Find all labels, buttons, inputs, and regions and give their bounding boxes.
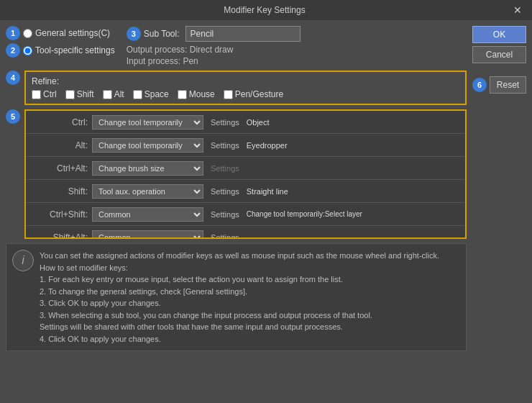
mouse-label: Mouse: [189, 89, 215, 99]
ctrl-action-select[interactable]: Change tool temporarily Change brush siz…: [92, 115, 203, 130]
refine-section: 4 Refine: Ctrl Shift: [6, 71, 467, 105]
alt-action-select[interactable]: Change tool temporarily Change brush siz…: [92, 138, 203, 153]
info-icon: i: [12, 250, 34, 271]
info-line-5: 3. Click OK to apply your changes.: [40, 297, 439, 309]
ctrl-settings-btn[interactable]: Settings: [208, 117, 242, 128]
table-row: Ctrl: Change tool temporarily Change bru…: [26, 111, 465, 134]
table-row: Shift+Alt: Common Change tool temporaril…: [26, 226, 465, 237]
ctrl-value: Object: [247, 118, 461, 127]
table-row: Ctrl+Shift: Common Change tool temporari…: [26, 203, 465, 226]
cancel-button[interactable]: Cancel: [472, 46, 526, 63]
tool-specific-label: Tool-specific settings: [35, 45, 115, 55]
main-content: 1 General settings(C) 2 Tool-specific se…: [0, 20, 532, 403]
general-label: General settings(C): [35, 28, 110, 38]
shift-alt-settings-btn[interactable]: Settings: [208, 232, 242, 238]
subtool-input[interactable]: [185, 26, 301, 42]
reset-button[interactable]: Reset: [490, 76, 526, 94]
badge-6: 6: [472, 78, 487, 92]
checkbox-space[interactable]: Space: [133, 89, 169, 99]
ctrl-checkbox[interactable]: [32, 90, 41, 99]
badge-2: 2: [6, 43, 20, 58]
modifier-table: Ctrl: Change tool temporarily Change bru…: [24, 109, 467, 239]
pen-gesture-checkbox[interactable]: [224, 90, 233, 99]
subtool-input-row: Sub Tool:: [144, 26, 301, 42]
checkbox-row: Ctrl Shift Alt Space: [32, 89, 459, 99]
shift-action-select[interactable]: Tool aux. operation Change tool temporar…: [92, 184, 203, 199]
modifier-key-settings-window: Modifier Key Settings ✕ 1 General settin…: [0, 0, 532, 403]
space-label: Space: [145, 89, 169, 99]
checkbox-ctrl[interactable]: Ctrl: [32, 89, 57, 99]
info-line-7: Settings will be shared with other tools…: [40, 321, 439, 333]
button-panel: OK Cancel 6 Reset: [472, 26, 526, 397]
radio-group: 1 General settings(C) 2 Tool-specific se…: [6, 26, 115, 58]
checkbox-pen-gesture[interactable]: Pen/Gesture: [224, 89, 283, 99]
space-checkbox[interactable]: [133, 90, 142, 99]
ctrl-shift-value: Change tool temporarily:Select layer: [247, 210, 461, 218]
input-process: Input process: Pen: [127, 56, 467, 66]
alt-settings-btn[interactable]: Settings: [208, 140, 242, 151]
key-shift: Shift:: [30, 186, 88, 196]
key-ctrl-shift: Ctrl+Shift:: [30, 209, 88, 219]
tool-specific-radio-item[interactable]: Tool-specific settings: [23, 45, 115, 55]
badge-3: 3: [127, 27, 141, 41]
subtool-row: 3 Sub Tool:: [127, 26, 467, 42]
info-line-8: 4. Click OK to apply your changes.: [40, 333, 439, 345]
ok-button[interactable]: OK: [472, 26, 526, 43]
pen-gesture-label: Pen/Gesture: [235, 89, 283, 99]
ctrl-alt-action-select[interactable]: Change brush size Change tool temporaril…: [92, 161, 203, 176]
mouse-checkbox[interactable]: [178, 90, 187, 99]
badge-4: 4: [6, 71, 20, 85]
ctrl-alt-settings-btn[interactable]: Settings: [208, 163, 242, 174]
general-radio[interactable]: [23, 29, 32, 38]
table-row: Ctrl+Alt: Change brush size Change tool …: [26, 157, 465, 180]
key-ctrl-alt: Ctrl+Alt:: [30, 163, 88, 173]
general-settings-row: 1 General settings(C): [6, 26, 115, 40]
shift-checkbox[interactable]: [65, 90, 75, 99]
key-shift-alt: Shift+Alt:: [30, 232, 88, 238]
subtool-label: Sub Tool:: [144, 29, 180, 39]
shift-settings-btn[interactable]: Settings: [208, 186, 242, 197]
info-line-3: 1. For each key entry or mouse input, se…: [40, 273, 439, 286]
refine-label: Refine:: [32, 76, 459, 86]
info-box: i You can set the assigned actions of mo…: [6, 243, 467, 351]
shift-alt-action-select[interactable]: Common Change tool temporarily Change br…: [92, 230, 203, 238]
info-line-4: 2. To change the general settings, check…: [40, 286, 439, 298]
table-row: Alt: Change tool temporarily Change brus…: [26, 134, 465, 157]
general-radio-item[interactable]: General settings(C): [23, 28, 110, 38]
info-line-1: You can set the assigned actions of modi…: [40, 250, 439, 262]
checkbox-mouse[interactable]: Mouse: [178, 89, 215, 99]
key-alt: Alt:: [30, 140, 88, 150]
tool-specific-radio[interactable]: [23, 46, 32, 55]
table-section: 5 Ctrl: Change tool temporarily Change b…: [6, 109, 467, 239]
refine-box: Refine: Ctrl Shift Alt: [24, 71, 467, 105]
main-area: 1 General settings(C) 2 Tool-specific se…: [6, 26, 467, 397]
top-section: 1 General settings(C) 2 Tool-specific se…: [6, 26, 467, 66]
ctrl-shift-settings-btn[interactable]: Settings: [208, 209, 242, 220]
process-lines: Output process: Direct draw Input proces…: [127, 45, 467, 66]
table-row: Shift: Tool aux. operation Change tool t…: [26, 180, 465, 203]
alt-checkbox[interactable]: [103, 90, 112, 99]
alt-value: Eyedropper: [247, 141, 461, 150]
key-ctrl: Ctrl:: [30, 117, 88, 127]
ctrl-label: Ctrl: [43, 89, 57, 99]
info-line-2: How to set modifier keys:: [40, 262, 439, 274]
shift-label: Shift: [77, 89, 94, 99]
info-line-6: 3. When selecting a sub tool, you can ch…: [40, 309, 439, 322]
output-process: Output process: Direct draw: [127, 45, 467, 55]
subtool-section: 3 Sub Tool: Output process: Direct draw …: [127, 26, 467, 66]
checkbox-alt[interactable]: Alt: [103, 89, 124, 99]
checkbox-shift[interactable]: Shift: [65, 89, 94, 99]
table-scroll-area[interactable]: Ctrl: Change tool temporarily Change bru…: [26, 111, 465, 237]
reset-row: 6 Reset: [472, 76, 526, 94]
alt-label: Alt: [114, 89, 124, 99]
close-button[interactable]: ✕: [509, 3, 526, 17]
title-bar: Modifier Key Settings ✕: [0, 0, 532, 20]
shift-value: Straight line: [247, 187, 461, 196]
ctrl-shift-action-select[interactable]: Common Change tool temporarily Change br…: [92, 207, 203, 222]
badge-1: 1: [6, 26, 20, 40]
tool-specific-row: 2 Tool-specific settings: [6, 43, 115, 58]
info-content: You can set the assigned actions of modi…: [40, 250, 439, 345]
window-title: Modifier Key Settings: [20, 5, 509, 15]
badge-5: 5: [6, 109, 20, 124]
